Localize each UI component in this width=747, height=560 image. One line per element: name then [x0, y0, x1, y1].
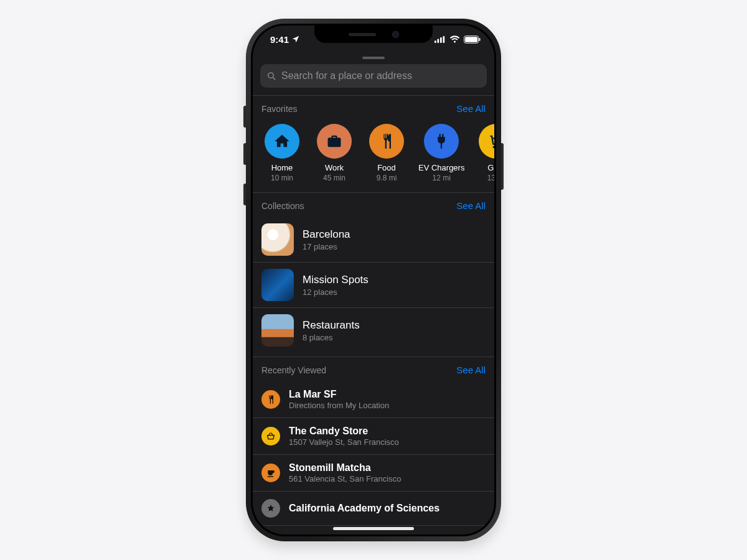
star-icon — [266, 503, 276, 513]
recent-item[interactable]: La Mar SF Directions from My Location — [253, 381, 494, 418]
collection-sub: 8 places — [303, 333, 360, 342]
recent-item[interactable]: Stonemill Matcha 561 Valencia St, San Fr… — [253, 455, 494, 492]
collections-title: Collections — [261, 201, 304, 211]
collection-sub: 12 places — [303, 287, 369, 297]
recent-item[interactable]: The Candy Store 1507 Vallejo St, San Fra… — [253, 418, 494, 455]
recent-icon-circle — [261, 499, 280, 518]
iphone-frame: 9:41 Search for a place or address F — [246, 19, 501, 541]
recent-header: Recently Viewed See All — [253, 357, 494, 381]
favorite-label: Groc — [487, 164, 494, 172]
cellular-signal-icon — [435, 36, 446, 43]
favorites-row[interactable]: Home 10 min Work 45 min Food 9.8 mi EV C… — [253, 120, 494, 192]
favorite-sub: 9.8 mi — [377, 174, 397, 182]
wifi-icon — [449, 35, 460, 43]
search-placeholder: Search for a place or address — [281, 70, 412, 82]
recent-title-text: Stonemill Matcha — [289, 462, 401, 474]
recent-see-all-link[interactable]: See All — [456, 365, 486, 375]
collection-item[interactable]: Mission Spots 12 places — [253, 263, 494, 308]
home-indicator[interactable] — [333, 527, 414, 530]
plug-icon — [433, 133, 450, 150]
recent-title-text: La Mar SF — [289, 389, 389, 400]
favorites-header: Favorites See All — [253, 95, 494, 120]
search-field[interactable]: Search for a place or address — [260, 64, 487, 88]
favorite-label: Work — [325, 164, 344, 172]
recent-title-text: The Candy Store — [289, 426, 399, 437]
favorite-bubble — [317, 124, 352, 159]
collection-title: Barcelona — [303, 228, 350, 241]
recent-sub-text: 561 Valencia St, San Francisco — [289, 474, 401, 483]
collection-item[interactable]: Barcelona 17 places — [253, 217, 494, 263]
favorite-sub: 45 min — [323, 174, 345, 182]
favorite-bubble — [265, 124, 299, 159]
favorite-sub: 13 mi — [487, 174, 494, 182]
recent-item[interactable]: California Academy of Sciences — [253, 492, 494, 526]
search-icon — [266, 71, 277, 82]
favorite-item[interactable]: EV Chargers 12 mi — [418, 124, 464, 182]
recent-icon-circle — [261, 464, 280, 482]
recent-sub-text: Directions from My Location — [289, 401, 389, 410]
favorite-bubble — [369, 124, 404, 159]
cup-icon — [266, 468, 276, 478]
recently-viewed-list: La Mar SF Directions from My Location Th… — [253, 381, 494, 526]
collection-title: Mission Spots — [303, 274, 369, 286]
iphone-bezel: 9:41 Search for a place or address F — [251, 24, 496, 536]
recent-sub-text: 1507 Vallejo St, San Francisco — [289, 437, 399, 447]
fork-knife-icon — [266, 394, 276, 404]
location-arrow-icon — [291, 35, 300, 44]
favorite-label: Home — [271, 164, 293, 172]
home-icon — [273, 133, 291, 150]
recent-title-text: California Academy of Sciences — [289, 503, 439, 514]
recent-icon-circle — [261, 390, 280, 409]
cart-icon — [487, 133, 494, 150]
status-time: 9:41 — [270, 34, 289, 45]
favorite-label: EV Chargers — [418, 164, 464, 172]
favorite-sub: 10 min — [271, 174, 293, 182]
collection-title: Restaurants — [303, 319, 360, 332]
briefcase-icon — [326, 133, 343, 150]
collections-header: Collections See All — [253, 192, 494, 217]
favorite-bubble — [424, 124, 459, 159]
favorite-item[interactable]: Home 10 min — [261, 124, 303, 182]
sheet-grabber[interactable] — [362, 57, 385, 59]
recent-title: Recently Viewed — [261, 365, 326, 375]
collection-thumb — [261, 314, 294, 347]
battery-icon — [464, 35, 481, 44]
favorite-item[interactable]: Groc 13 mi — [476, 124, 494, 182]
collection-thumb — [261, 269, 294, 301]
favorites-title: Favorites — [261, 104, 298, 114]
collection-thumb — [261, 223, 294, 256]
favorite-bubble — [479, 124, 494, 159]
favorite-item[interactable]: Food 9.8 mi — [366, 124, 407, 182]
maps-search-sheet: Search for a place or address Favorites … — [253, 53, 494, 534]
iphone-screen: 9:41 Search for a place or address F — [253, 26, 494, 534]
iphone-notch — [314, 26, 433, 43]
favorites-see-all-link[interactable]: See All — [456, 103, 486, 114]
basket-icon — [266, 431, 276, 441]
favorite-item[interactable]: Work 45 min — [314, 124, 355, 182]
recent-icon-circle — [261, 427, 280, 446]
collections-see-all-link[interactable]: See All — [456, 200, 486, 211]
favorite-label: Food — [377, 164, 396, 172]
fork-knife-icon — [378, 133, 395, 150]
collection-item[interactable]: Restaurants 8 places — [253, 308, 494, 353]
favorite-sub: 12 mi — [433, 174, 451, 182]
collections-list: Barcelona 17 places Mission Spots 12 pla… — [253, 217, 494, 353]
collection-sub: 17 places — [303, 242, 350, 251]
